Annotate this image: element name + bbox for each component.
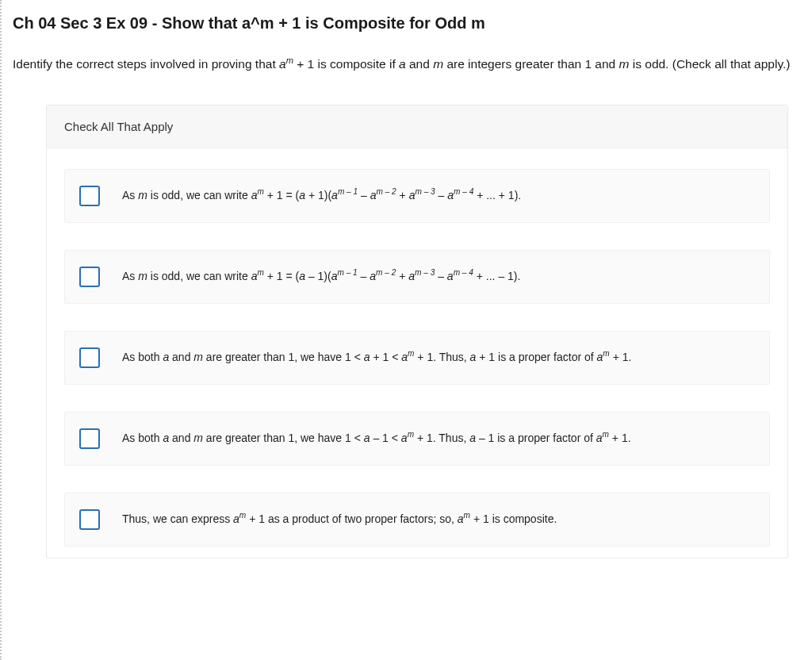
txt: As both	[122, 351, 163, 363]
exp: m – 3	[415, 269, 435, 278]
txt: + 1 = (	[264, 189, 299, 201]
txt: and	[169, 351, 193, 363]
var-a: a	[163, 351, 169, 363]
var-a: a	[447, 270, 454, 282]
exp: m	[257, 188, 263, 197]
txt: –	[435, 270, 447, 282]
txt: As	[122, 189, 138, 201]
exp: m	[257, 269, 263, 278]
checkbox[interactable]	[79, 267, 100, 287]
prompt-text: + 1 is composite if	[293, 57, 399, 71]
var-a: a	[401, 351, 408, 363]
txt: – 1 <	[370, 432, 401, 444]
option-text: As m is odd, we can write am + 1 = (a – …	[122, 269, 520, 285]
txt: – 1 is a proper factor of	[476, 432, 596, 444]
txt: –	[358, 270, 370, 282]
option-row: Thus, we can express am + 1 as a product…	[64, 493, 770, 547]
option-text: Thus, we can express am + 1 as a product…	[122, 512, 557, 528]
var-a: a	[331, 189, 338, 201]
var-a: a	[279, 57, 286, 71]
exp: m – 3	[415, 188, 435, 197]
var-a: a	[596, 432, 603, 444]
var-a: a	[364, 351, 370, 363]
var-a: a	[447, 189, 454, 201]
var-m: m	[193, 351, 203, 363]
prompt-text: Identify the correct steps involved in p…	[13, 57, 279, 71]
txt: and	[169, 432, 193, 444]
exp: m – 1	[338, 188, 358, 197]
panel-header: Check All That Apply	[47, 106, 787, 148]
exp: m – 1	[337, 269, 357, 278]
txt: is odd, we can write	[147, 270, 251, 282]
options-list: As m is odd, we can write am + 1 = (a + …	[47, 148, 787, 558]
var-a: a	[299, 270, 305, 282]
checkbox[interactable]	[79, 186, 100, 206]
txt: + 1 = (	[264, 270, 299, 282]
var-a: a	[370, 270, 376, 282]
var-m: m	[138, 270, 147, 282]
option-row: As m is odd, we can write am + 1 = (a – …	[64, 250, 770, 304]
txt: + 1. Thus,	[414, 432, 469, 444]
question-prompt: Identify the correct steps involved in p…	[13, 55, 795, 73]
txt: + ... – 1).	[473, 270, 521, 282]
option-row: As m is odd, we can write am + 1 = (a + …	[64, 169, 770, 223]
exp: m – 4	[454, 269, 473, 278]
page-title: Ch 04 Sec 3 Ex 09 - Show that a^m + 1 is…	[13, 14, 795, 33]
checkbox[interactable]	[79, 509, 100, 530]
option-row: As both a and m are greater than 1, we h…	[64, 412, 770, 466]
option-row: As both a and m are greater than 1, we h…	[64, 331, 770, 385]
exp: m – 2	[376, 188, 396, 197]
prompt-text: is odd. (Check all that apply.)	[629, 57, 790, 71]
answer-panel: Check All That Apply As m is odd, we can…	[46, 105, 788, 558]
txt: + 1 is a proper factor of	[476, 351, 596, 363]
txt: Thus, we can express	[122, 512, 233, 525]
exp: m – 4	[454, 188, 473, 197]
txt: are greater than 1, we have 1 <	[203, 351, 364, 363]
txt: As	[122, 270, 138, 282]
var-a: a	[458, 512, 464, 525]
txt: –	[358, 189, 370, 201]
txt: + 1 <	[370, 351, 402, 363]
txt: + 1)(	[305, 189, 331, 201]
txt: As both	[122, 432, 163, 444]
var-a: a	[163, 432, 169, 444]
txt: + 1.	[610, 351, 632, 363]
var-a: a	[233, 512, 239, 525]
checkbox[interactable]	[79, 347, 100, 368]
option-text: As m is odd, we can write am + 1 = (a + …	[122, 188, 521, 204]
var-m: m	[193, 432, 203, 444]
exp: m	[408, 431, 414, 439]
txt: + 1. Thus,	[414, 351, 469, 363]
var-m: m	[619, 57, 630, 71]
var-a: a	[408, 270, 415, 282]
txt: + 1 as a product of two proper factors; …	[246, 512, 458, 525]
var-a: a	[299, 189, 305, 201]
option-text: As both a and m are greater than 1, we h…	[122, 350, 631, 366]
txt: – 1)(	[305, 270, 331, 282]
var-a: a	[364, 432, 370, 444]
txt: + 1 is composite.	[470, 512, 557, 525]
prompt-text: are integers greater than 1 and	[443, 57, 619, 71]
txt: + ... + 1).	[473, 189, 521, 201]
var-a: a	[401, 432, 408, 444]
exp: m	[239, 512, 246, 520]
txt: is odd, we can write	[147, 189, 251, 201]
txt: + 1.	[609, 432, 631, 444]
exp: m – 2	[376, 269, 396, 278]
exp: m	[464, 512, 470, 520]
exp-m: m	[286, 56, 293, 65]
var-m: m	[433, 57, 443, 71]
var-a: a	[399, 57, 406, 71]
txt: are greater than 1, we have 1 <	[203, 432, 364, 444]
var-a: a	[469, 432, 476, 444]
exp: m	[603, 431, 609, 439]
prompt-text: and	[406, 57, 433, 71]
txt: +	[396, 189, 409, 201]
txt: –	[435, 189, 448, 201]
option-text: As both a and m are greater than 1, we h…	[122, 431, 631, 447]
checkbox[interactable]	[79, 428, 100, 449]
txt: +	[396, 270, 408, 282]
exp: m	[603, 350, 609, 359]
var-m: m	[138, 189, 147, 201]
